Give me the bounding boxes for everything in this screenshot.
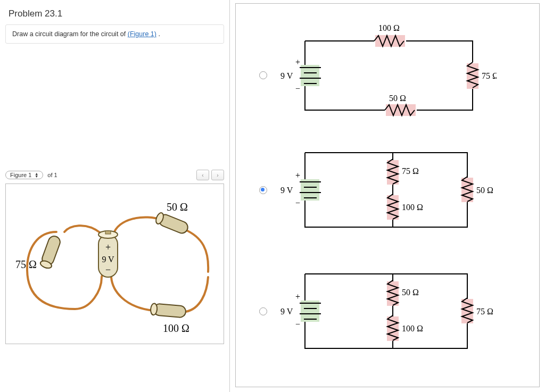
left-panel: Problem 23.1 Draw a circuit diagram for … <box>0 0 230 392</box>
figure-dropdown-label: Figure 1 <box>10 172 31 178</box>
svg-text:+: + <box>295 57 300 66</box>
figure-svg: 75 Ω 50 Ω 100 Ω + 9 V − <box>6 184 224 344</box>
figure-selector-bar: Figure 1 ▲▼ of 1 ‹ › <box>5 170 224 180</box>
figure-of-label: of 1 <box>47 172 57 178</box>
updown-icon: ▲▼ <box>35 172 38 178</box>
svg-text:75 Ω: 75 Ω <box>402 166 419 176</box>
svg-text:−: − <box>295 320 300 329</box>
prompt-suffix: . <box>156 30 160 38</box>
svg-text:100 Ω: 100 Ω <box>402 203 423 212</box>
resistor-icon <box>385 104 416 116</box>
svg-text:50 Ω: 50 Ω <box>402 288 419 297</box>
svg-text:9 V: 9 V <box>280 307 293 316</box>
svg-rect-4 <box>153 303 186 318</box>
figure-r50-label: 50 Ω <box>167 201 188 213</box>
svg-text:+: + <box>295 171 300 180</box>
svg-text:9 V: 9 V <box>280 186 293 195</box>
option-c-radio[interactable] <box>259 307 267 315</box>
option-a-radio[interactable] <box>259 71 267 79</box>
svg-text:75 Ω: 75 Ω <box>476 307 493 316</box>
svg-text:100 Ω: 100 Ω <box>378 23 400 32</box>
figure-r75-label: 75 Ω <box>15 258 37 270</box>
option-b-radio[interactable] <box>259 186 267 194</box>
option-a-diagram: + − 9 V 100 Ω 50 Ω 75 Ω <box>273 12 497 129</box>
figure-frame: 75 Ω 50 Ω 100 Ω + 9 V − <box>5 184 224 344</box>
problem-title: Problem 23.1 <box>5 6 224 24</box>
prompt-prefix: Draw a circuit diagram for the circuit o… <box>12 30 128 38</box>
problem-prompt: Draw a circuit diagram for the circuit o… <box>5 24 224 44</box>
option-b-diagram: + − 9 V 75 Ω 100 Ω 50 Ω <box>273 137 497 243</box>
svg-text:+: + <box>105 242 111 253</box>
svg-text:50 Ω: 50 Ω <box>476 186 493 195</box>
svg-text:9 V: 9 V <box>280 71 293 80</box>
battery-icon <box>300 41 321 110</box>
svg-text:100 Ω: 100 Ω <box>402 324 423 333</box>
resistor-icon <box>467 62 478 89</box>
figure-prev-button[interactable]: ‹ <box>196 170 209 180</box>
svg-text:−: − <box>295 198 300 207</box>
right-panel: + − 9 V 100 Ω 50 Ω 75 Ω <box>230 0 545 392</box>
answer-options-box: + − 9 V 100 Ω 50 Ω 75 Ω <box>235 3 540 387</box>
option-c-diagram: + − 9 V 50 Ω 100 Ω 75 Ω <box>273 258 497 364</box>
svg-text:−: − <box>105 264 111 275</box>
svg-text:9 V: 9 V <box>102 255 114 264</box>
resistor-icon <box>374 35 405 47</box>
figure-next-button[interactable]: › <box>211 170 224 180</box>
figure-link[interactable]: (Figure 1) <box>128 30 156 38</box>
svg-text:75 Ω: 75 Ω <box>482 71 497 80</box>
svg-text:+: + <box>295 292 300 301</box>
svg-text:50 Ω: 50 Ω <box>389 94 406 103</box>
figure-dropdown[interactable]: Figure 1 ▲▼ <box>5 171 43 179</box>
svg-rect-8 <box>105 231 111 234</box>
figure-r100-label: 100 Ω <box>163 322 189 334</box>
svg-text:−: − <box>295 84 300 93</box>
